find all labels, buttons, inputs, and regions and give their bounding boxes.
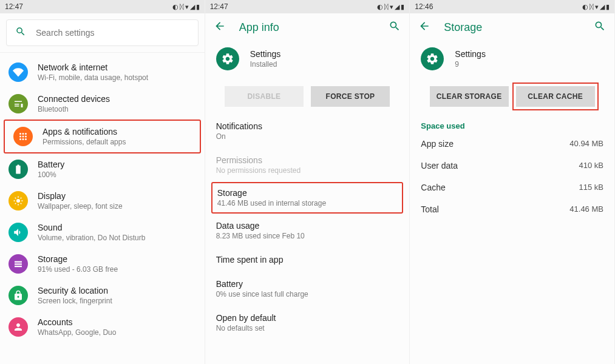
item-network[interactable]: Network & internet Wi-Fi, mobile, data u… (0, 56, 205, 88)
display-icon (8, 191, 28, 211)
item-data-usage[interactable]: Data usage 8.23 MB used since Feb 10 (216, 214, 399, 248)
force-stop-button[interactable]: FORCE STOP (311, 86, 390, 107)
back-button[interactable] (418, 20, 430, 35)
item-subtitle: Bluetooth (38, 105, 110, 113)
item-open-default[interactable]: Open by default No defaults set (216, 306, 399, 340)
app-title-block: Settings 9 (455, 49, 486, 69)
item-title: Storage (38, 254, 118, 264)
item-text: Battery 100% (38, 160, 64, 179)
battery-icon: ▮ (401, 3, 404, 11)
item-accounts[interactable]: Accounts WhatsApp, Google, Duo (0, 311, 205, 343)
search-settings[interactable] (6, 19, 199, 46)
item-subtitle: 91% used - 6.03 GB free (38, 265, 118, 274)
settings-list: Network & internet Wi-Fi, mobile, data u… (0, 53, 205, 343)
clear-cache-button[interactable]: CLEAR CACHE (516, 86, 595, 107)
clear-storage-button[interactable]: CLEAR STORAGE (430, 86, 509, 107)
item-text: Network & internet Wi-Fi, mobile, data u… (38, 62, 148, 82)
search-button[interactable] (389, 20, 401, 35)
page-title: Storage (444, 21, 580, 34)
item-title: Battery (38, 160, 64, 169)
item-text: Sound Volume, vibration, Do Not Disturb (38, 223, 145, 242)
pane-settings-main: 12:47 ◐ ᛞ ▾ ◢ ▮ Network & internet Wi-Fi… (0, 0, 205, 364)
app-name: Settings (250, 49, 281, 59)
item-title: Connected devices (38, 94, 110, 104)
item-text: Apps & notifications Permissions, defaul… (42, 127, 126, 146)
row-cache: Cache 115 kB (410, 177, 614, 198)
item-text: Storage 91% used - 6.03 GB free (38, 254, 118, 274)
item-apps-notifications[interactable]: Apps & notifications Permissions, defaul… (4, 120, 201, 153)
row-value: 115 kB (579, 183, 603, 192)
clock: 12:47 (5, 2, 23, 11)
row-value: 41.46 MB (569, 204, 603, 214)
item-text: Security & location Screen lock, fingerp… (38, 286, 112, 305)
item-storage[interactable]: Storage 41.46 MB used in internal storag… (211, 182, 404, 214)
item-title: Open by default (216, 313, 399, 323)
item-title: Network & internet (38, 62, 148, 72)
item-title: Permissions (216, 155, 399, 165)
action-buttons: CLEAR STORAGE CLEAR CACHE (410, 79, 614, 114)
item-notifications[interactable]: Notifications On (216, 114, 399, 148)
item-subtitle: No permissions requested (216, 166, 399, 175)
svg-point-0 (19, 133, 21, 135)
app-name: Settings (455, 49, 486, 59)
item-title: Security & location (38, 286, 112, 295)
signal-icon: ◢ (190, 3, 195, 11)
item-battery[interactable]: Battery 0% use since last full charge (216, 272, 399, 306)
status-icons: ◐ ᛞ ▾ ◢ ▮ (377, 3, 404, 11)
svg-point-6 (19, 138, 21, 140)
svg-point-7 (22, 138, 24, 140)
svg-point-5 (25, 136, 27, 138)
app-header: Settings Installed (205, 41, 410, 79)
signal-icon: ◢ (395, 3, 399, 11)
statusbar: 12:47 ◐ ᛞ ▾ ◢ ▮ (0, 0, 205, 13)
item-subtitle: 0% use since last full charge (216, 290, 399, 298)
item-subtitle: 8.23 MB used since Feb 10 (216, 232, 399, 240)
clock: 12:47 (210, 2, 228, 11)
item-battery[interactable]: Battery 100% (0, 153, 205, 185)
gear-icon (421, 47, 444, 70)
item-subtitle: No defaults set (216, 324, 399, 332)
item-time-spent[interactable]: Time spent in app (216, 248, 399, 272)
row-label: Cache (421, 183, 445, 192)
svg-point-3 (19, 136, 21, 138)
back-button[interactable] (214, 20, 226, 35)
item-title: Notifications (216, 121, 399, 131)
item-display[interactable]: Display Wallpaper, sleep, font size (0, 185, 205, 217)
item-title: Storage (217, 188, 398, 198)
item-title: Display (38, 191, 123, 201)
row-label: User data (421, 161, 458, 170)
nfc-icon: ᛞ (590, 3, 594, 10)
search-icon (15, 26, 26, 39)
pane-storage-detail: 12:46 ◐ ᛞ ▾ ◢ ▮ Storage Settings 9 CLEAR… (410, 0, 615, 364)
item-title: Data usage (216, 221, 399, 231)
item-title: Sound (38, 223, 145, 232)
headerbar: Storage (410, 13, 614, 41)
vibrate-icon: ◐ (377, 3, 383, 11)
item-text: Accounts WhatsApp, Google, Duo (38, 317, 116, 337)
vibrate-icon: ◐ (172, 3, 178, 11)
battery-icon: ▮ (606, 3, 610, 11)
item-storage[interactable]: Storage 91% used - 6.03 GB free (0, 248, 205, 280)
item-security[interactable]: Security & location Screen lock, fingerp… (0, 280, 205, 311)
item-subtitle: Screen lock, fingerprint (38, 297, 112, 305)
disable-button: DISABLE (225, 86, 304, 107)
app-header: Settings 9 (410, 41, 614, 79)
item-subtitle: Permissions, default apps (42, 138, 126, 146)
item-subtitle: On (216, 132, 399, 141)
item-permissions: Permissions No permissions requested (216, 148, 399, 182)
row-label: Total (421, 204, 439, 214)
item-title: Apps & notifications (42, 127, 126, 136)
search-button[interactable] (594, 20, 606, 35)
clock: 12:46 (415, 2, 433, 11)
apps-icon (13, 127, 33, 146)
search-input[interactable] (36, 28, 189, 38)
vibrate-icon: ◐ (582, 3, 588, 11)
nfc-icon: ᛞ (384, 3, 389, 10)
statusbar: 12:46 ◐ ᛞ ▾ ◢ ▮ (410, 0, 614, 13)
wifi-icon: ▾ (595, 3, 599, 11)
pane-app-info: 12:47 ◐ ᛞ ▾ ◢ ▮ App info Settings Instal… (205, 0, 410, 364)
wifi-icon: ▾ (185, 3, 189, 11)
item-sound[interactable]: Sound Volume, vibration, Do Not Disturb (0, 217, 205, 248)
item-connected-devices[interactable]: Connected devices Bluetooth (0, 88, 205, 120)
status-icons: ◐ ᛞ ▾ ◢ ▮ (582, 3, 610, 11)
